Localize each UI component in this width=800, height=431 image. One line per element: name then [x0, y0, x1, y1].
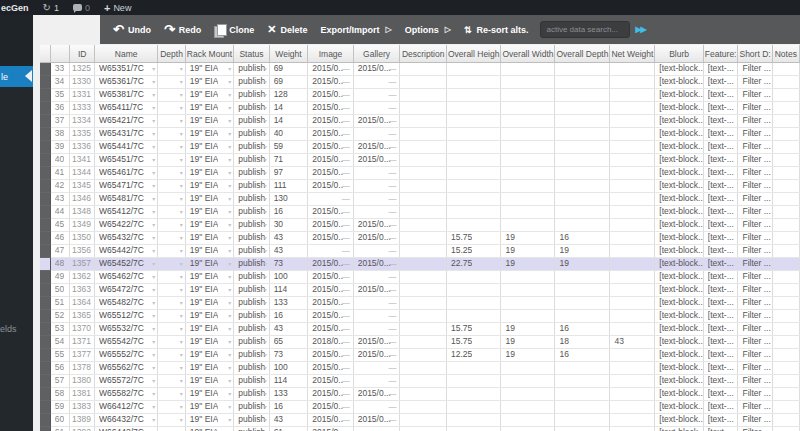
gallery-cell[interactable]: — [353, 180, 400, 193]
rack-mount-cell[interactable]: 19" EIA▾ [185, 115, 233, 128]
description-cell[interactable] [400, 297, 447, 310]
overall-depth-cell[interactable] [555, 310, 610, 323]
export-import-button[interactable]: Export/Import ▷ [321, 25, 392, 35]
row-drag-handle[interactable] [40, 310, 51, 323]
image-cell[interactable]: 2015/0..— [308, 128, 353, 141]
notes-cell[interactable] [772, 219, 799, 232]
short-description-cell[interactable]: Filter ... [738, 388, 772, 401]
clear-value-dash[interactable]: — [388, 259, 396, 268]
row-number-cell[interactable]: 56 [51, 362, 70, 375]
clear-value-dash[interactable]: — [388, 129, 396, 138]
image-cell[interactable]: 2015/0..— [308, 388, 353, 401]
weight-cell[interactable]: 40 [269, 128, 308, 141]
overall-width-cell[interactable] [501, 115, 555, 128]
notes-cell[interactable] [772, 141, 799, 154]
features-cell[interactable]: [text-... [703, 375, 738, 388]
depth-cell[interactable]: ▾ [158, 128, 186, 141]
rack-mount-cell[interactable]: 19" EIA▾ [185, 323, 233, 336]
description-cell[interactable] [400, 193, 447, 206]
gallery-cell[interactable]: — [353, 167, 400, 180]
gallery-cell[interactable]: 2015/0...— [353, 414, 400, 427]
short-description-cell[interactable]: Filter ... [738, 336, 772, 349]
notes-cell[interactable] [772, 258, 799, 271]
status-cell[interactable]: publish▾ [234, 232, 269, 245]
overall-depth-cell[interactable] [555, 167, 610, 180]
rack-mount-cell[interactable]: 19" EIA▾ [185, 128, 233, 141]
clear-value-dash[interactable]: — [388, 233, 396, 242]
features-cell[interactable]: [text-... [703, 388, 738, 401]
overall-width-cell[interactable] [501, 154, 555, 167]
features-cell[interactable]: [text-... [703, 401, 738, 414]
weight-cell[interactable]: 14 [269, 102, 308, 115]
clear-value-dash[interactable]: — [388, 337, 396, 346]
dropdown-arrow-icon[interactable]: ▾ [264, 118, 267, 124]
gallery-cell[interactable]: 2015/0...— [353, 284, 400, 297]
dropdown-arrow-icon[interactable]: ▾ [264, 66, 267, 72]
features-cell[interactable]: [text-... [703, 245, 738, 258]
depth-cell[interactable]: ▾ [158, 180, 186, 193]
dropdown-arrow-icon[interactable]: ▾ [180, 313, 183, 319]
overall-height-cell[interactable] [446, 193, 501, 206]
dropdown-arrow-icon[interactable]: ▾ [180, 92, 183, 98]
dropdown-arrow-icon[interactable]: ▾ [180, 105, 183, 111]
gallery-cell[interactable]: — [353, 206, 400, 219]
dropdown-arrow-icon[interactable]: ▾ [228, 365, 231, 371]
clear-value-dash[interactable]: — [388, 324, 396, 333]
overall-height-cell[interactable] [446, 141, 501, 154]
status-cell[interactable]: publish▾ [234, 297, 269, 310]
rack-mount-cell[interactable]: 19" EIA▾ [185, 427, 233, 431]
depth-cell[interactable]: ▾ [158, 310, 186, 323]
blurb-cell[interactable]: [text-block.. [655, 76, 703, 89]
dropdown-arrow-icon[interactable]: ▾ [180, 404, 183, 410]
blurb-cell[interactable]: [text-block.. [655, 180, 703, 193]
description-cell[interactable] [400, 427, 447, 431]
notes-cell[interactable] [772, 271, 799, 284]
status-cell[interactable]: publish▾ [234, 193, 269, 206]
row-drag-handle[interactable] [40, 115, 51, 128]
net-weight-cell[interactable] [610, 219, 655, 232]
net-weight-cell[interactable] [610, 63, 655, 76]
notes-cell[interactable] [772, 180, 799, 193]
clear-value-dash[interactable]: — [388, 363, 396, 372]
dropdown-arrow-icon[interactable]: ▾ [264, 92, 267, 98]
description-cell[interactable] [400, 128, 447, 141]
features-cell[interactable]: [text-... [703, 89, 738, 102]
features-cell[interactable]: [text-... [703, 102, 738, 115]
net-weight-cell[interactable]: 43 [610, 336, 655, 349]
clear-value-dash[interactable]: — [388, 168, 396, 177]
gallery-cell[interactable]: 2015/0...— [353, 63, 400, 76]
rack-mount-cell[interactable]: 19" EIA▾ [185, 336, 233, 349]
row-drag-handle[interactable] [40, 362, 51, 375]
clear-value-dash[interactable]: — [342, 272, 350, 281]
overall-height-cell[interactable] [446, 115, 501, 128]
status-cell[interactable]: publish▾ [234, 427, 269, 431]
column-header-features[interactable]: Feature: [703, 45, 738, 63]
net-weight-cell[interactable] [610, 206, 655, 219]
gallery-cell[interactable]: 2015/0...— [353, 219, 400, 232]
dropdown-arrow-icon[interactable]: ▾ [180, 326, 183, 332]
clear-value-dash[interactable]: — [388, 272, 396, 281]
net-weight-cell[interactable] [610, 76, 655, 89]
name-cell[interactable]: W65452/7C▾ [94, 258, 157, 271]
image-cell[interactable]: 2015/0..— [308, 375, 353, 388]
short-description-cell[interactable]: Filter ... [738, 349, 772, 362]
rack-mount-cell[interactable]: 19" EIA▾ [185, 271, 233, 284]
dropdown-arrow-icon[interactable]: ▾ [228, 261, 231, 267]
clear-value-dash[interactable]: — [388, 376, 396, 385]
dropdown-arrow-icon[interactable]: ▾ [152, 131, 155, 137]
image-cell[interactable]: 2015/0..— [308, 362, 353, 375]
dropdown-arrow-icon[interactable]: ▾ [152, 92, 155, 98]
dropdown-arrow-icon[interactable]: ▾ [228, 248, 231, 254]
column-header-short[interactable]: Short D: [738, 45, 772, 63]
image-cell[interactable]: 2015/0..— [308, 89, 353, 102]
name-cell[interactable]: W65481/7C▾ [94, 193, 157, 206]
dropdown-arrow-icon[interactable]: ▾ [180, 66, 183, 72]
dropdown-arrow-icon[interactable]: ▾ [180, 170, 183, 176]
gallery-cell[interactable]: 2015/0...— [353, 349, 400, 362]
blurb-cell[interactable]: [text-block.. [655, 310, 703, 323]
dropdown-arrow-icon[interactable]: ▾ [264, 352, 267, 358]
depth-cell[interactable]: ▾ [158, 258, 186, 271]
description-cell[interactable] [400, 375, 447, 388]
depth-cell[interactable]: ▾ [158, 401, 186, 414]
clear-value-dash[interactable]: — [342, 168, 350, 177]
